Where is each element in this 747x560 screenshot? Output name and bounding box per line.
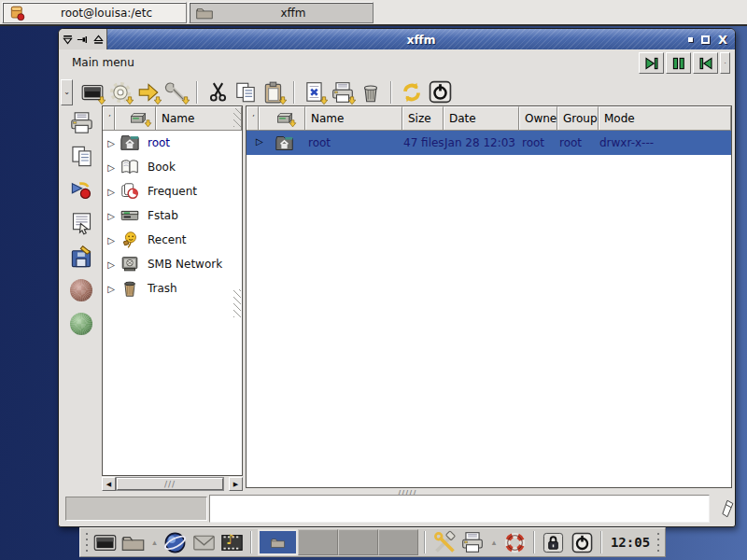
skip-back-button[interactable] <box>693 52 718 74</box>
tree-item-label[interactable]: Fstab <box>148 209 178 222</box>
settings-button[interactable] <box>106 78 134 106</box>
expander-icon[interactable]: ▷ <box>103 211 120 221</box>
expander-icon[interactable]: ▷ <box>103 138 120 148</box>
clear-entry-button[interactable] <box>716 497 737 523</box>
launcher-files[interactable] <box>120 529 146 555</box>
logout-button[interactable] <box>570 529 595 555</box>
header-date[interactable]: Date <box>444 106 519 130</box>
side-print-button[interactable] <box>67 109 95 135</box>
lock-icon <box>543 532 564 553</box>
tree-item-frequent[interactable]: ▷ Frequent <box>103 179 242 203</box>
tree-item-label[interactable]: root <box>148 136 170 149</box>
header-name[interactable]: Name <box>305 106 402 130</box>
launcher-media[interactable]: ♪ <box>219 529 245 555</box>
tree-item-label[interactable]: Recent <box>148 233 186 246</box>
titlebar-drag-area[interactable]: xffm X <box>107 29 735 49</box>
command-input[interactable] <box>209 495 710 523</box>
tree-item-label[interactable]: Trash <box>148 282 177 295</box>
launcher-mail[interactable] <box>191 529 217 555</box>
header-owner[interactable]: Owner <box>519 106 557 130</box>
maximize-icon[interactable] <box>701 35 710 44</box>
drawer-up-icon[interactable]: ▴ <box>488 538 500 547</box>
new-window-button[interactable] <box>78 78 106 106</box>
panel-handle[interactable] <box>655 531 661 553</box>
goto-button[interactable] <box>134 78 162 106</box>
side-select-button[interactable] <box>67 210 95 236</box>
paste-button[interactable] <box>260 78 288 106</box>
expander-icon[interactable]: ▷ <box>103 187 120 197</box>
tree-item-label[interactable]: Book <box>148 161 176 174</box>
toolbar-separator <box>196 81 198 104</box>
tree-item-root[interactable]: ▷ root <box>103 131 242 155</box>
header-group[interactable]: Group <box>557 106 599 130</box>
pager-workspace-1[interactable] <box>258 529 298 555</box>
header-icon-cell[interactable] <box>259 106 305 130</box>
tree-item-label[interactable]: Frequent <box>148 185 197 198</box>
skip-forward-button[interactable] <box>639 52 664 74</box>
scroll-right-button[interactable]: ▶ <box>229 477 243 491</box>
side-save-button[interactable] <box>67 244 95 270</box>
tree-header-spacer[interactable]: ’ <box>103 106 115 130</box>
close-icon[interactable]: X <box>718 34 727 46</box>
launcher-settings[interactable] <box>431 529 457 555</box>
header-size[interactable]: Size <box>402 106 444 130</box>
pane-resize-grip[interactable] <box>233 289 241 317</box>
top-taskbar: root@louisa:/etc xffm <box>0 0 747 26</box>
tools-button[interactable] <box>162 78 190 106</box>
pager-workspace-4[interactable] <box>378 529 418 555</box>
tree-item-trash[interactable]: ▷ Trash <box>103 276 242 301</box>
transport-extra-button[interactable]: · <box>720 52 730 74</box>
side-record-button[interactable] <box>67 176 95 203</box>
print-button[interactable] <box>329 78 357 106</box>
trash-button[interactable] <box>357 78 385 106</box>
side-sphere-red-button[interactable] <box>67 277 95 303</box>
minimize-icon[interactable] <box>688 37 693 42</box>
launcher-print[interactable] <box>460 529 486 555</box>
resize-grip[interactable] <box>233 108 241 127</box>
pager-workspace-2[interactable] <box>298 529 338 555</box>
scrollbar-thumb[interactable]: /// <box>117 478 223 490</box>
pager-workspace-3[interactable] <box>338 529 378 555</box>
taskbar-item-xffm[interactable]: xffm <box>189 2 374 23</box>
filter-button[interactable] <box>301 78 329 106</box>
header-mode[interactable]: Mode <box>599 106 731 130</box>
expander-icon[interactable]: ▷ <box>103 259 120 270</box>
copy-button[interactable] <box>232 78 260 106</box>
tree-item-recent[interactable]: ▷ Recent <box>103 228 242 252</box>
tree-item-fstab[interactable]: ▷ Fstab <box>103 203 242 228</box>
drawer-up-icon[interactable]: ▴ <box>149 538 161 547</box>
tree-item-smb-network[interactable]: ▷ SMB Network <box>103 252 242 276</box>
quit-button[interactable] <box>426 78 454 106</box>
launcher-help[interactable] <box>502 529 528 555</box>
launcher-terminal[interactable] <box>92 529 118 555</box>
down-arrow-icon <box>153 96 162 105</box>
main-menu-button[interactable]: Main menu <box>72 56 134 69</box>
tree-item-label[interactable]: SMB Network <box>148 258 222 271</box>
launcher-web[interactable] <box>162 529 188 555</box>
tree-header-icon-cell[interactable] <box>115 106 156 130</box>
book-icon <box>120 157 140 177</box>
expander-icon[interactable]: ▷ <box>256 136 263 147</box>
header-spacer[interactable]: ’ <box>247 106 259 130</box>
tree-header-name[interactable]: Name <box>156 106 242 130</box>
pause-button[interactable] <box>666 52 691 74</box>
refresh-button[interactable] <box>398 78 426 106</box>
toolbar-collapse-button[interactable]: ⌄ <box>61 79 73 105</box>
scrollbar-track[interactable]: /// <box>116 477 224 491</box>
file-row-root-selected[interactable]: ▷ root 47 files Jan 28 12:03 root root d… <box>247 131 731 155</box>
shade-icon[interactable] <box>61 33 75 47</box>
expander-icon[interactable]: ▷ <box>103 235 120 245</box>
taskbar-item-terminal[interactable]: root@louisa:/etc <box>2 2 187 23</box>
lock-screen-button[interactable] <box>541 529 566 555</box>
scroll-left-button[interactable]: ◀ <box>102 477 116 491</box>
expander-icon[interactable]: ▷ <box>103 162 120 173</box>
titlebar[interactable]: xffm X <box>59 29 735 49</box>
cut-button[interactable] <box>204 78 232 106</box>
eject-icon[interactable] <box>92 33 106 47</box>
tree-item-book[interactable]: ▷ Book <box>103 155 242 179</box>
pin-icon[interactable] <box>76 33 90 47</box>
expander-icon[interactable]: ▷ <box>103 284 120 294</box>
panel-handle[interactable] <box>84 531 90 553</box>
side-copy-button[interactable] <box>67 143 95 169</box>
side-sphere-green-button[interactable] <box>67 311 95 337</box>
